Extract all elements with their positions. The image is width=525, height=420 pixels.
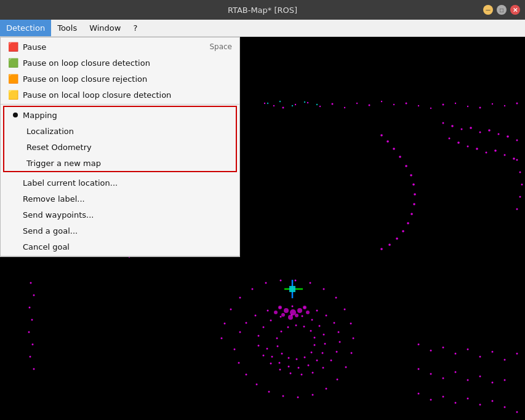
svg-point-199 xyxy=(316,104,318,105)
svg-point-138 xyxy=(479,356,481,358)
svg-point-109 xyxy=(335,297,337,299)
svg-point-68 xyxy=(263,327,265,328)
svg-point-98 xyxy=(277,346,279,347)
svg-point-41 xyxy=(519,172,521,173)
menu-cancel-goal[interactable]: Cancel goal xyxy=(1,239,239,255)
menu-reset-odometry[interactable]: Reset Odometry xyxy=(4,139,236,155)
svg-point-171 xyxy=(396,237,398,240)
svg-point-61 xyxy=(301,374,303,376)
svg-point-127 xyxy=(29,307,31,309)
svg-point-11 xyxy=(381,101,382,102)
menu-send-goal[interactable]: Send a goal... xyxy=(1,223,239,239)
menu-pause[interactable]: 🟥 Pause Space xyxy=(1,39,239,55)
dropdown-section-goals: Label current location... Remove label..… xyxy=(1,173,239,256)
minimize-button[interactable]: ─ xyxy=(483,5,493,15)
svg-point-121 xyxy=(256,384,258,386)
menu-bar: Detection Tools Window ? xyxy=(0,20,525,37)
svg-point-80 xyxy=(298,367,300,369)
svg-point-135 xyxy=(443,347,444,349)
svg-point-116 xyxy=(326,388,327,390)
svg-point-84 xyxy=(267,348,268,350)
svg-point-168 xyxy=(411,213,413,215)
svg-point-158 xyxy=(516,411,518,413)
svg-point-58 xyxy=(331,360,332,362)
svg-point-74 xyxy=(319,325,321,327)
label-location-label: Label current location... xyxy=(23,178,118,188)
svg-point-3 xyxy=(283,107,284,109)
svg-point-22 xyxy=(516,103,518,105)
svg-point-62 xyxy=(290,373,292,374)
svg-point-90 xyxy=(310,330,312,332)
pause-label: Pause xyxy=(23,42,46,52)
svg-point-152 xyxy=(443,396,444,398)
remove-label-label: Remove label... xyxy=(23,194,85,204)
svg-point-101 xyxy=(230,309,232,311)
svg-point-155 xyxy=(479,404,481,406)
menu-label-location[interactable]: Label current location... xyxy=(1,175,239,191)
svg-point-16 xyxy=(443,104,444,106)
svg-point-6 xyxy=(319,106,321,107)
menu-pause-loop[interactable]: 🟩 Pause on loop closure detection xyxy=(1,55,239,71)
svg-point-149 xyxy=(504,379,506,381)
svg-point-208 xyxy=(284,308,289,313)
svg-point-64 xyxy=(270,363,272,365)
svg-point-150 xyxy=(418,393,420,395)
svg-point-215 xyxy=(274,311,278,314)
send-goal-label: Send a goal... xyxy=(23,226,78,236)
menu-item-window[interactable]: Window xyxy=(83,20,127,36)
svg-point-216 xyxy=(306,311,310,314)
menu-pause-local[interactable]: 🟨 Pause on local loop closure detection xyxy=(1,87,239,103)
menu-remove-label[interactable]: Remove label... xyxy=(1,191,239,207)
svg-point-70 xyxy=(280,316,282,318)
dropdown-section-pause: 🟥 Pause Space 🟩 Pause on loop closure de… xyxy=(1,38,239,105)
svg-point-19 xyxy=(479,107,481,109)
svg-point-42 xyxy=(521,184,523,186)
svg-point-97 xyxy=(281,353,283,355)
cancel-goal-label: Cancel goal xyxy=(23,242,70,252)
menu-pause-reject[interactable]: 🟧 Pause on loop closure rejection xyxy=(1,71,239,87)
svg-point-148 xyxy=(492,382,494,384)
svg-point-104 xyxy=(265,282,267,284)
menu-localization[interactable]: Localization xyxy=(4,123,236,139)
svg-point-161 xyxy=(393,148,395,150)
svg-point-93 xyxy=(311,352,313,354)
title-controls: ─ □ ✕ xyxy=(483,5,520,15)
svg-point-198 xyxy=(304,101,305,103)
maximize-button[interactable]: □ xyxy=(497,5,507,15)
svg-point-136 xyxy=(455,353,457,355)
svg-point-132 xyxy=(33,368,35,370)
svg-point-214 xyxy=(295,314,299,317)
svg-point-67 xyxy=(258,335,260,337)
svg-point-145 xyxy=(455,371,457,373)
trigger-new-map-label: Trigger a new map xyxy=(26,159,101,168)
svg-point-114 xyxy=(345,367,347,368)
svg-point-128 xyxy=(31,319,33,321)
svg-point-133 xyxy=(418,344,420,346)
menu-trigger-new-map[interactable]: Trigger a new map xyxy=(4,155,236,171)
svg-point-117 xyxy=(312,394,314,396)
menu-send-waypoints[interactable]: Send waypoints... xyxy=(1,207,239,223)
svg-point-195 xyxy=(267,103,268,104)
menu-mapping[interactable]: Mapping xyxy=(4,107,236,123)
svg-point-33 xyxy=(457,141,460,144)
svg-point-24 xyxy=(451,125,454,127)
svg-point-111 xyxy=(350,323,352,325)
menu-item-help[interactable]: ? xyxy=(127,20,143,36)
svg-point-143 xyxy=(430,373,432,375)
svg-point-105 xyxy=(280,280,282,282)
svg-point-73 xyxy=(311,319,313,321)
close-button[interactable]: ✕ xyxy=(510,5,520,15)
svg-point-169 xyxy=(407,222,409,224)
svg-point-87 xyxy=(287,327,289,328)
menu-item-detection[interactable]: Detection xyxy=(0,20,51,36)
svg-point-159 xyxy=(380,134,383,137)
svg-point-15 xyxy=(430,108,431,109)
svg-point-92 xyxy=(314,344,316,346)
svg-point-88 xyxy=(295,325,297,327)
svg-point-137 xyxy=(467,349,469,351)
menu-item-tools[interactable]: Tools xyxy=(51,20,83,36)
svg-point-21 xyxy=(504,105,505,106)
svg-point-124 xyxy=(234,349,236,351)
svg-point-29 xyxy=(498,133,500,135)
svg-point-170 xyxy=(402,230,404,232)
